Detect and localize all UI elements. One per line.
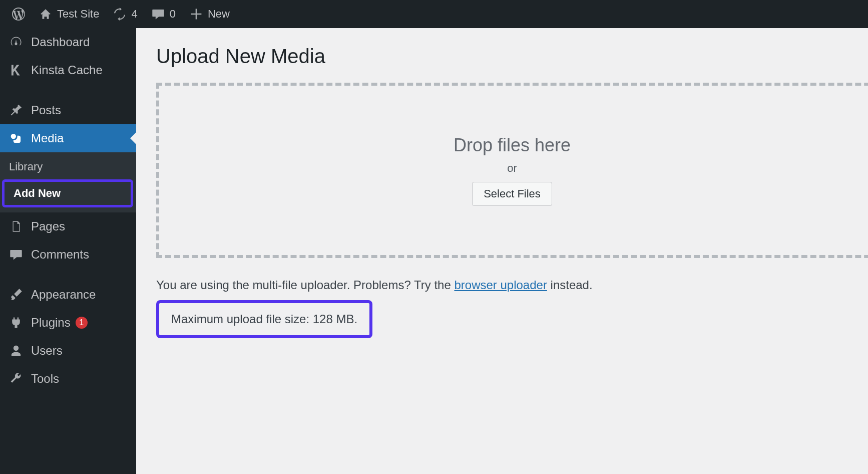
sidebar-item-kinsta[interactable]: Kinsta Cache — [0, 56, 136, 84]
info-after: instead. — [547, 278, 593, 292]
admin-toolbar: Test Site 4 0 New — [0, 0, 868, 28]
sidebar-item-users[interactable]: Users — [0, 337, 136, 365]
new-content-link[interactable]: New — [183, 0, 237, 28]
sidebar-item-appearance[interactable]: Appearance — [0, 281, 136, 309]
sidebar-item-posts[interactable]: Posts — [0, 96, 136, 124]
admin-sidebar: Dashboard Kinsta Cache Posts Media Libra… — [0, 28, 136, 474]
sidebar-item-comments[interactable]: Comments — [0, 241, 136, 269]
media-icon — [8, 132, 24, 145]
sidebar-item-label: Appearance — [31, 288, 96, 302]
media-submenu: Library Add New — [0, 152, 136, 212]
select-files-button[interactable]: Select Files — [472, 182, 552, 206]
max-upload-size: Maximum upload file size: 128 MB. — [156, 300, 372, 338]
plugins-update-badge: 1 — [76, 317, 88, 329]
site-name-link[interactable]: Test Site — [32, 0, 106, 28]
page-title: Upload New Media — [156, 45, 868, 68]
submenu-item-add-new[interactable]: Add New — [5, 182, 131, 205]
wp-logo[interactable] — [5, 0, 32, 28]
sidebar-item-label: Plugins — [31, 316, 71, 330]
pin-icon — [8, 104, 24, 117]
wrench-icon — [8, 372, 24, 385]
kinsta-icon — [8, 64, 24, 77]
or-text: or — [507, 162, 517, 175]
sidebar-item-media[interactable]: Media — [0, 124, 136, 152]
plugin-icon — [8, 316, 24, 329]
main-content: Upload New Media Drop files here or Sele… — [136, 28, 868, 474]
sidebar-item-label: Comments — [31, 248, 89, 262]
updates-count: 4 — [131, 8, 137, 21]
browser-uploader-link[interactable]: browser uploader — [454, 278, 547, 292]
sidebar-item-label: Kinsta Cache — [31, 63, 103, 77]
updates-link[interactable]: 4 — [106, 0, 144, 28]
uploader-info-line: You are using the multi-file uploader. P… — [156, 278, 868, 292]
submenu-item-library[interactable]: Library — [0, 155, 136, 178]
sidebar-item-pages[interactable]: Pages — [0, 212, 136, 241]
upload-dropzone[interactable]: Drop files here or Select Files — [156, 83, 868, 258]
comment-icon — [8, 248, 24, 261]
sidebar-item-dashboard[interactable]: Dashboard — [0, 28, 136, 56]
sidebar-item-label: Users — [31, 344, 63, 358]
brush-icon — [8, 288, 24, 301]
sidebar-item-label: Media — [31, 131, 64, 145]
sidebar-item-tools[interactable]: Tools — [0, 365, 136, 393]
info-before: You are using the multi-file uploader. P… — [156, 278, 454, 292]
sidebar-item-label: Dashboard — [31, 35, 90, 49]
dashboard-icon — [8, 36, 24, 49]
sidebar-item-label: Posts — [31, 103, 61, 117]
sidebar-item-plugins[interactable]: Plugins 1 — [0, 309, 136, 337]
comments-link[interactable]: 0 — [145, 0, 183, 28]
drop-files-text: Drop files here — [454, 135, 571, 156]
pages-icon — [8, 220, 24, 233]
sidebar-item-label: Pages — [31, 219, 65, 233]
site-name-label: Test Site — [57, 8, 99, 21]
sidebar-item-label: Tools — [31, 372, 59, 386]
comments-count: 0 — [170, 8, 176, 21]
new-label: New — [208, 8, 230, 21]
user-icon — [8, 344, 24, 357]
